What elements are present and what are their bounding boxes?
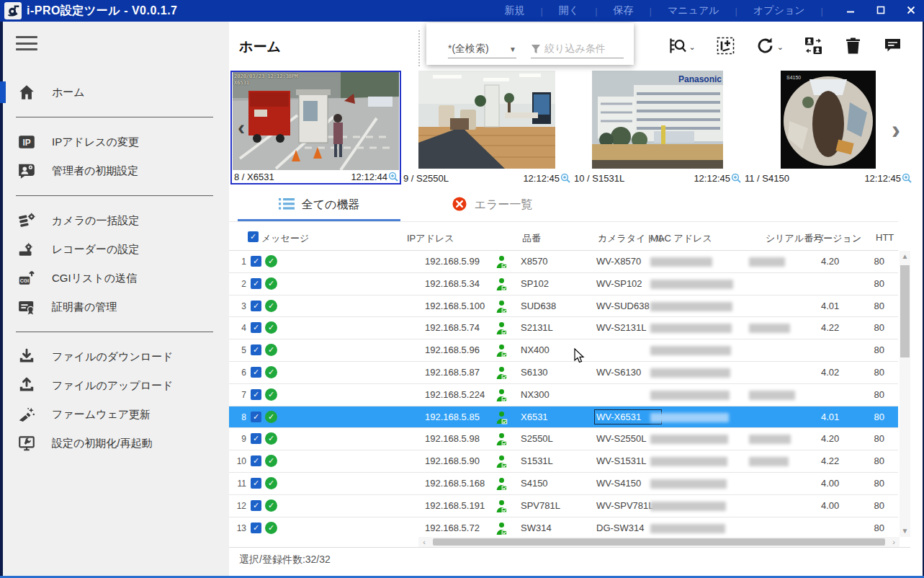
model-number: X8570	[521, 256, 548, 267]
thumbnails-next-button[interactable]: ›	[892, 115, 900, 146]
sidebar-item-certificate[interactable]: 証明書の管理	[3, 293, 229, 321]
table-row[interactable]: 4 ✓ ✓ 192.168.5.74 S2131L WV-S2131L 4.22…	[229, 317, 898, 339]
cgi-send-icon: CGI	[17, 269, 36, 288]
row-number: 13	[232, 523, 246, 533]
camera-thumbnail-4[interactable]: S4150 11 / S4150 12:12:45	[743, 71, 913, 186]
firmware-version: 4.02	[821, 367, 839, 378]
row-checkbox[interactable]: ✓	[251, 433, 261, 444]
svg-text:IP: IP	[22, 138, 30, 148]
table-row[interactable]: 9 ✓ ✓ 192.168.5.98 S2550L WV-S2550L 4.20…	[229, 428, 898, 450]
scroll-right-icon[interactable]: ›	[888, 538, 900, 546]
table-row[interactable]: 10 ✓ ✓ 192.168.5.90 S1531L WV-S1531L 4.2…	[229, 450, 898, 473]
row-checkbox[interactable]: ✓	[251, 301, 261, 311]
http-port: 80	[863, 278, 884, 289]
zoom-plus-icon[interactable]	[388, 172, 398, 182]
filter-input[interactable]: 絞り込み条件	[531, 43, 624, 58]
search-filter-panel: *(全検索) ▼ 絞り込み条件	[426, 23, 634, 65]
maximize-button[interactable]	[875, 6, 887, 17]
row-checkbox[interactable]: ✓	[251, 523, 261, 533]
sidebar-item-camera-batch[interactable]: カメラの一括設定	[3, 206, 229, 235]
table-row[interactable]: 6 ✓ ✓ 192.168.5.87 S6130 WV-S6130 4.02 8…	[229, 362, 898, 384]
row-checkbox[interactable]: ✓	[251, 412, 261, 422]
sidebar-item-file-upload[interactable]: ファイルのアップロード	[3, 371, 229, 400]
row-checkbox[interactable]: ✓	[251, 344, 261, 355]
refresh-button[interactable]: ⌄	[755, 36, 784, 58]
row-checkbox[interactable]: ✓	[251, 278, 261, 289]
row-checkbox[interactable]: ✓	[251, 455, 261, 466]
row-checkbox[interactable]: ✓	[251, 500, 261, 511]
table-row[interactable]: 8 ✓ ✓ 192.168.5.85 X6531 WV-X6531 4.01 8…	[229, 406, 898, 429]
menu-item-3[interactable]: 保存	[598, 4, 650, 17]
reset-restart-icon	[17, 434, 36, 453]
vertical-scroll-thumb[interactable]	[900, 265, 910, 357]
delete-button[interactable]	[843, 36, 863, 58]
table-row[interactable]: 12 ✓ ✓ 192.168.5.191 SPV781L WV-SPV781L …	[229, 495, 898, 517]
table-row[interactable]: 11 ✓ ✓ 192.168.5.168 S4150 WV-S4150 4.00…	[229, 473, 898, 495]
scroll-down-icon[interactable]: ▼	[900, 525, 910, 537]
zoom-plus-icon[interactable]	[731, 173, 741, 183]
table-row[interactable]: 1 ✓ ✓ 192.168.5.99 X8570 WV-X8570 4.20 8…	[229, 251, 898, 273]
scroll-up-icon[interactable]: ▲	[900, 251, 910, 262]
device-search-button[interactable]: ⌄	[668, 36, 696, 58]
column-header[interactable]: バージョン	[814, 232, 861, 245]
row-checkbox[interactable]: ✓	[251, 322, 261, 333]
minimize-button[interactable]	[845, 6, 856, 17]
sidebar-item-reset-restart[interactable]: 設定の初期化/再起動	[3, 429, 229, 458]
close-button[interactable]	[905, 6, 917, 17]
horizontal-scroll-thumb[interactable]	[433, 538, 885, 546]
menu-item-2[interactable]: 開く	[543, 4, 595, 17]
sidebar-item-firmware-update[interactable]: ファームウェア更新	[3, 400, 229, 429]
sidebar-item-file-download[interactable]: ファイルのダウンロード	[3, 342, 229, 371]
menu-toggle-button[interactable]	[16, 35, 37, 52]
camera-timestamp: 12:12:45	[523, 173, 570, 184]
scroll-left-icon[interactable]: ‹	[418, 538, 430, 546]
search-scope-select[interactable]: *(全検索) ▼	[448, 43, 516, 58]
horizontal-scrollbar[interactable]: ‹ ›	[418, 537, 900, 547]
select-all-checkbox[interactable]: ✓	[248, 231, 259, 242]
table-row[interactable]: 13 ✓ ✓ 192.168.5.72 SW314 DG-SW314 80	[229, 517, 898, 537]
zoom-plus-icon[interactable]	[902, 173, 912, 183]
zoom-plus-icon[interactable]	[560, 173, 570, 183]
row-checkbox[interactable]: ✓	[251, 367, 261, 378]
camera-title: WV-SP102	[596, 278, 642, 289]
comment-button[interactable]	[883, 36, 902, 58]
menu-item-4[interactable]: マニュアル	[652, 4, 735, 17]
table-row[interactable]: 3 ✓ ✓ 192.168.5.100 SUD638 WV-SUD638 4.0…	[229, 295, 898, 318]
sidebar-item-recorder[interactable]: レコーダーの設定	[3, 235, 229, 264]
sidebar-item-home[interactable]: ホーム	[3, 78, 229, 107]
add-device-button[interactable]	[716, 36, 735, 58]
row-number: 6	[232, 368, 246, 378]
menu-item-1[interactable]: 新規	[488, 4, 540, 17]
user-status-icon	[495, 432, 508, 448]
table-row[interactable]: 7 ✓ ✓ 192.168.5.224 NX300 80	[229, 384, 898, 406]
column-header[interactable]: 品番	[522, 232, 541, 245]
device-list-icon	[279, 197, 295, 214]
status-ok-icon: ✓	[265, 432, 277, 445]
mac-address-redacted	[650, 457, 727, 468]
camera-thumbnail-2[interactable]: 9 / S2550L 12:12:45	[401, 71, 572, 186]
swap-image-button[interactable]	[804, 36, 823, 58]
thumbnails-prev-button[interactable]: ‹	[238, 115, 245, 140]
row-checkbox[interactable]: ✓	[251, 389, 261, 400]
sidebar-item-cgi-send[interactable]: CGI CGIリストの送信	[3, 264, 229, 293]
tab-all-devices[interactable]: 全ての機器	[229, 189, 409, 221]
vertical-scrollbar[interactable]: ▲ ▼	[900, 251, 910, 537]
model-number: SP102	[521, 278, 549, 289]
sidebar-item-ip[interactable]: IP IPアドレスの変更	[3, 128, 229, 156]
camera-thumbnail-3[interactable]: Panasonic 10 / S1531L 12:12:45	[572, 71, 743, 186]
table-row[interactable]: 5 ✓ ✓ 192.168.5.96 NX400 80	[229, 339, 898, 362]
mac-address-redacted	[650, 324, 732, 335]
camera-thumbnail-1[interactable]: 2020/03/23 12:12:38PMX6531‹ 8 / X6531 12…	[230, 71, 401, 186]
camera-timestamp: 12:12:44	[351, 172, 398, 182]
sidebar-item-admin-setup[interactable]: 管理者の初期設定	[3, 156, 229, 185]
row-checkbox[interactable]: ✓	[251, 256, 261, 267]
column-header[interactable]: HTT	[876, 232, 894, 243]
row-checkbox[interactable]: ✓	[251, 478, 261, 489]
menu-separator: |	[821, 6, 823, 17]
menu-item-5[interactable]: オプション	[737, 4, 821, 17]
tab-error-list[interactable]: エラー一覧	[409, 189, 575, 221]
table-row[interactable]: 2 ✓ ✓ 192.168.5.34 SP102 WV-SP102 80	[229, 273, 898, 295]
column-header[interactable]: IPアドレス	[407, 232, 454, 245]
column-header[interactable]: MAC アドレス	[650, 232, 712, 245]
column-header[interactable]: メッセージ	[261, 232, 309, 245]
